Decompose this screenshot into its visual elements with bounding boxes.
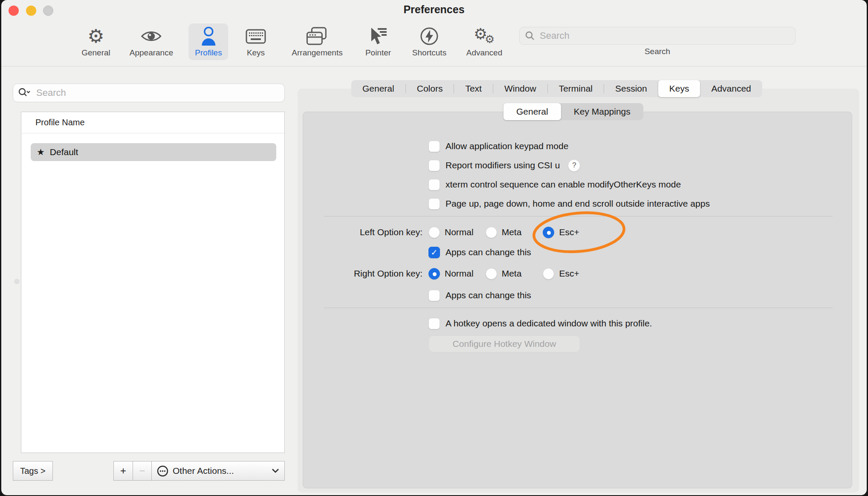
add-profile-button[interactable]: + <box>113 461 133 481</box>
toolbar-label: Profiles <box>195 48 222 58</box>
tab-session[interactable]: Session <box>604 80 658 97</box>
tab-keys[interactable]: Keys <box>658 80 700 97</box>
other-actions-dropdown[interactable]: Other Actions... <box>151 461 285 481</box>
radio-normal-selected[interactable] <box>428 268 440 280</box>
right-option-key-label: Right Option key: <box>283 268 422 279</box>
checkbox-page-scroll[interactable] <box>428 198 440 210</box>
tab-advanced[interactable]: Advanced <box>700 80 762 97</box>
search-menu-icon <box>18 88 31 98</box>
window-title: Preferences <box>1 3 867 16</box>
profile-row-default[interactable]: ★ Default <box>31 143 276 161</box>
checkbox-modify-other-keys[interactable] <box>428 179 440 190</box>
radio-esc[interactable] <box>543 268 554 280</box>
left-apps-can-change-row: Apps can change this <box>428 244 531 261</box>
section-divider <box>324 308 833 308</box>
toolbar-label: General <box>81 48 110 58</box>
right-option-meta[interactable]: Meta <box>486 268 522 280</box>
toolbar-search-input[interactable] <box>539 30 790 42</box>
toolbar-label: Advanced <box>466 48 503 58</box>
tab-general[interactable]: General <box>351 80 405 97</box>
lightning-icon <box>420 26 439 46</box>
radio-label: Esc+ <box>559 227 579 237</box>
hotkey-row: A hotkey opens a dedicated window with t… <box>428 315 652 332</box>
toolbar-label: Pointer <box>365 48 391 58</box>
toolbar-item-profiles[interactable]: Profiles <box>188 23 228 60</box>
person-icon <box>200 26 217 46</box>
checkbox-left-apps-can-change[interactable] <box>428 247 440 258</box>
right-option-key-row: Right Option key: Normal Meta Esc+ <box>283 265 579 282</box>
toolbar-divider <box>1 66 867 66</box>
keys-subtab-bar: General Key Mappings <box>503 103 643 120</box>
configure-hotkey-window-button: Configure Hotkey Window <box>428 335 580 352</box>
radio-label: Esc+ <box>559 268 579 279</box>
radio-label: Meta <box>502 268 522 279</box>
tab-text[interactable]: Text <box>454 80 493 97</box>
chevron-down-icon <box>272 468 279 473</box>
left-option-meta[interactable]: Meta <box>486 227 522 238</box>
section-divider <box>324 216 833 216</box>
checkbox-label: A hotkey opens a dedicated window with t… <box>446 318 652 329</box>
eye-icon <box>141 26 162 46</box>
profile-search-field[interactable] <box>13 84 285 102</box>
radio-meta[interactable] <box>486 227 497 238</box>
checkbox-label: Allow application keypad mode <box>446 141 568 151</box>
preferences-window: Preferences ⚙ General Appearance Profile… <box>1 0 867 495</box>
star-icon: ★ <box>37 147 45 157</box>
profile-tab-bar: General Colors Text Window Terminal Sess… <box>351 80 762 97</box>
radio-label: Normal <box>445 227 474 237</box>
checkbox-right-apps-can-change[interactable] <box>428 290 440 301</box>
help-button[interactable]: ? <box>568 159 580 172</box>
toolbar-label: Appearance <box>130 48 173 58</box>
checkbox-row: Allow application keypad mode <box>428 138 568 155</box>
splitter-handle-dot <box>14 279 20 284</box>
left-option-normal[interactable]: Normal <box>428 227 474 238</box>
toolbar-item-arrangements[interactable]: Arrangements <box>285 23 349 60</box>
gears-icon: ⚙ ⚙ <box>473 26 496 46</box>
profile-name-column-header: Profile Name <box>21 112 284 133</box>
radio-label: Normal <box>445 268 474 279</box>
toolbar-item-keys[interactable]: Keys <box>239 23 272 60</box>
toolbar-search-field[interactable] <box>519 27 796 45</box>
radio-meta[interactable] <box>486 268 497 280</box>
tab-window[interactable]: Window <box>493 80 547 97</box>
right-option-normal[interactable]: Normal <box>428 268 474 280</box>
tab-colors[interactable]: Colors <box>406 80 454 97</box>
windows-icon <box>306 26 328 46</box>
toolbar-item-pointer[interactable]: Pointer <box>359 23 397 60</box>
profile-search-input[interactable] <box>35 87 279 99</box>
checkbox-csi-u[interactable] <box>428 160 440 171</box>
toolbar-item-shortcuts[interactable]: Shortcuts <box>406 23 453 60</box>
search-icon <box>525 31 535 40</box>
checkbox-label: Page up, page down, home and end scroll … <box>446 199 710 209</box>
screen: Preferences ⚙ General Appearance Profile… <box>0 0 868 496</box>
toolbar-search-caption: Search <box>519 47 796 56</box>
checkbox-label: Report modifiers using CSI u <box>446 160 560 170</box>
profile-list-panel: Profile Name ★ Default <box>21 112 285 453</box>
toolbar-item-advanced[interactable]: ⚙ ⚙ Advanced <box>460 23 509 60</box>
right-option-esc[interactable]: Esc+ <box>543 268 579 280</box>
remove-profile-button: − <box>133 461 152 481</box>
toolbar-item-general[interactable]: ⚙ General <box>75 23 117 60</box>
checkbox-label: Apps can change this <box>446 290 531 300</box>
tab-terminal[interactable]: Terminal <box>548 80 604 97</box>
checkbox-row: Report modifiers using CSI u ? <box>428 157 580 174</box>
checkbox-label: Apps can change this <box>446 247 531 257</box>
toolbar-label: Keys <box>247 48 265 58</box>
subtab-key-mappings[interactable]: Key Mappings <box>561 103 643 120</box>
gear-icon: ⚙ <box>87 26 104 46</box>
checkbox-allow-keypad[interactable] <box>428 141 440 152</box>
subtab-general[interactable]: General <box>503 103 561 120</box>
radio-esc-selected[interactable] <box>543 227 554 238</box>
checkbox-row: Page up, page down, home and end scroll … <box>428 195 710 212</box>
tags-button[interactable]: Tags > <box>13 461 53 481</box>
checkbox-hotkey-window[interactable] <box>428 318 440 329</box>
other-actions-label: Other Actions... <box>173 466 267 476</box>
left-option-esc[interactable]: Esc+ <box>543 227 579 238</box>
radio-normal[interactable] <box>428 227 440 238</box>
left-option-key-label: Left Option key: <box>283 227 422 237</box>
toolbar-label: Arrangements <box>292 48 342 58</box>
toolbar-item-appearance[interactable]: Appearance <box>123 23 179 60</box>
left-option-key-row: Left Option key: Normal Meta Esc+ <box>283 224 579 241</box>
checkbox-label: xterm control sequence can enable modify… <box>446 179 681 190</box>
keyboard-icon <box>246 26 266 46</box>
